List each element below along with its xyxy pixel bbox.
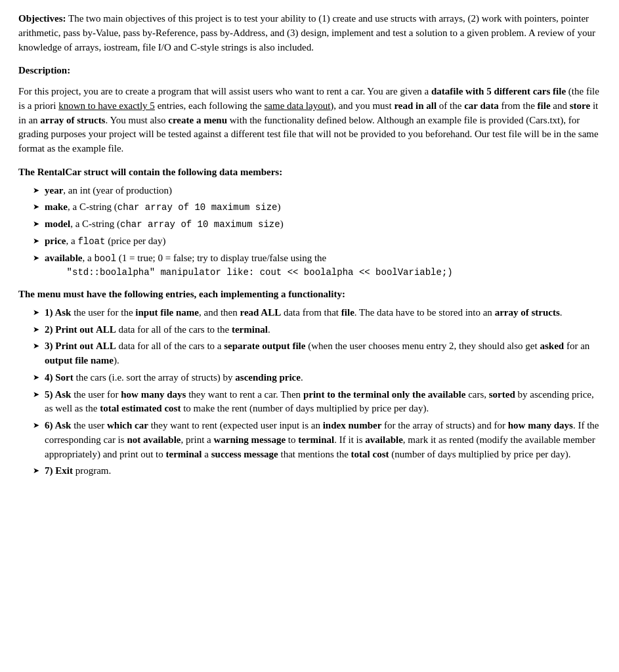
menu-list: 1) Ask the user for the input file name,… [18, 306, 601, 478]
struct-price-bold: price [45, 236, 66, 246]
menu-2-b2: terminal [232, 324, 268, 335]
struct-price-mono: float [77, 236, 105, 247]
menu-6-b3: how many days [508, 420, 573, 430]
menu-3-t4: for an [564, 341, 589, 351]
menu-5-b2: print to the terminal only the available [303, 389, 466, 400]
menu-1-t3: data from that [281, 307, 341, 318]
menu-6-t9: a [202, 449, 211, 459]
menu-3-b1: ALL [96, 341, 116, 351]
struct-available-code: "std::boolalpha" manipulator like: cout … [45, 267, 453, 278]
desc-bold7: create a menu [168, 115, 227, 125]
struct-item-year: year, an int (year of production) [33, 184, 601, 198]
struct-available-text1: , a [83, 253, 95, 263]
struct-model-bold: model [45, 219, 70, 229]
menu-6-t6: to [286, 434, 298, 445]
struct-price-text1: , a [66, 236, 77, 246]
description-heading-paragraph: Description: [18, 64, 601, 78]
menu-5-bold: 5) Ask [45, 389, 71, 400]
menu-3-t3: (when the user chooses menu entry 2, the… [305, 341, 540, 351]
menu-5-b3: sorted [489, 389, 515, 400]
struct-model-text1: , a C-string ( [70, 219, 120, 229]
menu-6-b5: warning message [213, 434, 286, 445]
menu-1-b3: file [341, 307, 354, 318]
struct-list: year, an int (year of production) make, … [18, 184, 601, 280]
desc-underline1: known to have exactly 5 [58, 100, 155, 111]
menu-5-t3: cars, [465, 389, 488, 400]
menu-4-t2: . [301, 372, 303, 383]
menu-6-b6: terminal [298, 434, 334, 445]
menu-item-5: 5) Ask the user for how many days they w… [33, 388, 601, 417]
menu-6-t3: for the array of structs) and for [381, 420, 507, 430]
desc-bold4: file [538, 100, 551, 111]
menu-2-t2: data for all of the cars to the [116, 324, 232, 335]
menu-6-b4: not available [127, 434, 181, 445]
struct-item-price: price, a float (price per day) [33, 234, 601, 249]
menu-1-t1: the user for the [71, 307, 135, 318]
desc-underline2: same data layout [265, 100, 331, 111]
menu-5-b1: how many days [121, 389, 186, 400]
desc-bold6: array of structs [40, 115, 105, 125]
menu-6-t5: , print a [181, 434, 213, 445]
menu-3-b3: asked [540, 341, 564, 351]
struct-item-make: make, a C-string (char array of 10 maxim… [33, 200, 601, 215]
menu-6-t11: (number of days multiplied by price per … [389, 449, 571, 459]
struct-make-bold: make [45, 201, 68, 212]
menu-6-b10: total cost [351, 449, 389, 459]
menu-1-b1: input file name [135, 307, 199, 318]
objectives-text: The two main objectives of this project … [18, 13, 595, 52]
description-body: For this project, you are to create a pr… [18, 85, 601, 156]
menu-4-b1: ascending price [235, 372, 301, 383]
menu-1-t2: , and then [199, 307, 240, 318]
menu-item-1: 1) Ask the user for the input file name,… [33, 306, 601, 320]
struct-available-mono: bool [94, 253, 116, 264]
struct-available-text2: (1 = true; 0 = false; try to display tru… [116, 253, 326, 263]
menu-6-t7: . If it is [334, 434, 365, 445]
menu-item-6: 6) Ask the user which car they want to r… [33, 419, 601, 461]
desc-bold3: car data [464, 100, 499, 111]
struct-section: The RentalCar struct will contain the fo… [18, 165, 601, 280]
menu-1-b4: array of structs [495, 307, 560, 318]
description-heading: Description: [18, 65, 70, 75]
menu-item-3: 3) Print out ALL data for all of the car… [33, 339, 601, 368]
menu-6-t1: the user [71, 420, 107, 430]
menu-5-b4: total estimated cost [100, 403, 181, 413]
menu-1-bold: 1) Ask [45, 307, 71, 318]
struct-heading: The RentalCar struct will contain the fo… [18, 165, 601, 180]
struct-model-mono: char array of 10 maximum size [120, 219, 280, 230]
menu-3-t2: data for all of the cars to a [116, 341, 224, 351]
menu-2-bold: 2) Print out [45, 324, 93, 335]
menu-6-b9: success message [211, 449, 278, 459]
menu-item-4: 4) Sort the cars (i.e. sort the array of… [33, 371, 601, 385]
description-section: Description: For this project, you are t… [18, 64, 601, 156]
struct-year-bold: year [45, 185, 63, 196]
menu-6-t2: they want to rent (expected user input i… [148, 420, 323, 430]
menu-2-b1: ALL [96, 324, 116, 335]
menu-5-t5: to make the rent (number of days multipl… [181, 403, 429, 413]
menu-6-bold: 6) Ask [45, 420, 71, 430]
menu-3-b2: separate output file [224, 341, 305, 351]
struct-make-text1: , a C-string ( [68, 201, 117, 212]
desc-bold1: datafile with 5 different cars file [431, 86, 566, 96]
menu-5-t1: the user for [71, 389, 121, 400]
menu-1-b2: read ALL [240, 307, 282, 318]
menu-section: The menu must have the following entries… [18, 287, 601, 478]
menu-6-b8: terminal [166, 449, 202, 459]
menu-1-t5: . [560, 307, 563, 318]
struct-year-text: , an int (year of production) [63, 185, 172, 196]
desc-bold5: store [570, 100, 590, 111]
menu-1-t4: . The data have to be stored into an [354, 307, 495, 318]
menu-heading: The menu must have the following entries… [18, 287, 601, 302]
menu-2-t3: . [268, 324, 270, 335]
menu-item-2: 2) Print out ALL data for all of the car… [33, 323, 601, 337]
menu-7-bold: 7) Exit [45, 465, 73, 476]
objectives-paragraph: Objectives: The two main objectives of t… [18, 12, 601, 54]
menu-item-7: 7) Exit program. [33, 464, 601, 478]
objectives-heading: Objectives: [18, 13, 66, 24]
objectives-section: Objectives: The two main objectives of t… [18, 12, 601, 54]
struct-price-text2: (price per day) [105, 236, 165, 246]
struct-model-text2: ) [280, 219, 284, 229]
struct-make-mono: char array of 10 maximum size [117, 202, 278, 213]
menu-4-bold: 4) Sort [45, 372, 74, 383]
struct-item-available: available, a bool (1 = true; 0 = false; … [33, 251, 601, 280]
desc-bold2: read in all [394, 100, 437, 111]
